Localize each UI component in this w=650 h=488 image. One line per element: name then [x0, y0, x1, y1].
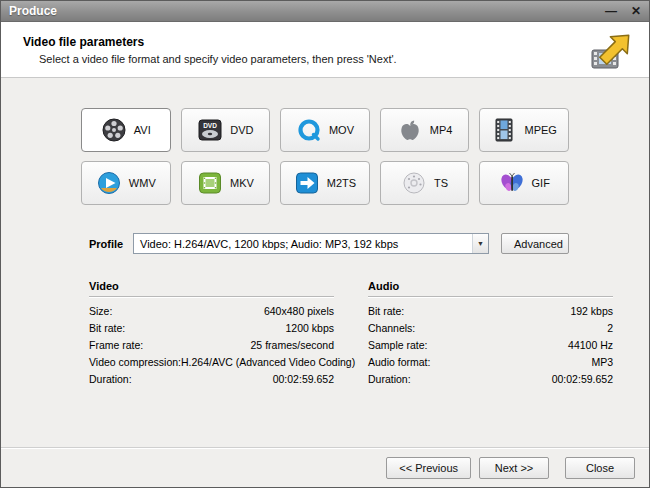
film-reel-icon [101, 117, 127, 143]
advanced-button[interactable]: Advanced [501, 233, 569, 254]
format-button-avi[interactable]: AVI [81, 108, 171, 152]
format-button-mpeg[interactable]: MPEG [479, 108, 569, 152]
format-label: MPEG [524, 124, 556, 136]
format-button-ts[interactable]: TS [380, 161, 470, 205]
export-video-icon [589, 28, 635, 72]
minimize-icon[interactable]: — [605, 5, 617, 17]
m2ts-arrow-icon [294, 170, 320, 196]
format-button-mkv[interactable]: MKV [181, 161, 271, 205]
format-button-dvd[interactable]: DVD DVD [181, 108, 271, 152]
next-button[interactable]: Next >> [479, 457, 549, 479]
format-label: MOV [329, 124, 354, 136]
video-row-size: Size: 640x480 pixels [89, 303, 334, 320]
windows-media-icon [96, 170, 122, 196]
format-label: TS [434, 177, 448, 189]
video-row-duration: Duration: 00:02:59.652 [89, 371, 334, 388]
format-label: DVD [230, 124, 253, 136]
format-button-m2ts[interactable]: M2TS [280, 161, 370, 205]
audio-row-channels: Channels: 2 [368, 320, 613, 337]
film-strip-icon [491, 117, 517, 143]
dvd-disc-icon: DVD [197, 117, 223, 143]
previous-button[interactable]: << Previous [386, 457, 471, 479]
video-section-title: Video [89, 280, 334, 297]
dialog-body: AVI DVD DVD MOV [1, 78, 649, 447]
profile-row: Profile Video: H.264/AVC, 1200 kbps; Aud… [89, 233, 569, 254]
matroska-icon [197, 170, 223, 196]
quicktime-icon [296, 117, 322, 143]
profile-selected-value: Video: H.264/AVC, 1200 kbps; Audio: MP3,… [140, 238, 398, 250]
titlebar[interactable]: Produce — ✕ [1, 1, 649, 22]
video-row-framerate: Frame rate: 25 frames/second [89, 337, 334, 354]
parameter-details: Video Size: 640x480 pixels Bit rate: 120… [89, 280, 613, 388]
video-row-bitrate: Bit rate: 1200 kbps [89, 320, 334, 337]
apple-icon [397, 117, 423, 143]
profile-label: Profile [89, 238, 133, 250]
page-subtitle: Select a video file format and specify v… [39, 53, 397, 65]
format-grid: AVI DVD DVD MOV [81, 108, 569, 205]
format-label: AVI [134, 124, 151, 136]
audio-row-samplerate: Sample rate: 44100 Hz [368, 337, 613, 354]
svg-text:DVD: DVD [203, 122, 217, 129]
profile-select[interactable]: Video: H.264/AVC, 1200 kbps; Audio: MP3,… [133, 233, 489, 254]
ts-disc-icon [401, 170, 427, 196]
audio-section-title: Audio [368, 280, 613, 297]
format-label: GIF [532, 177, 550, 189]
close-button[interactable]: Close [565, 457, 635, 479]
format-label: MP4 [430, 124, 453, 136]
format-button-wmv[interactable]: WMV [81, 161, 171, 205]
butterfly-icon [499, 170, 525, 196]
format-label: M2TS [327, 177, 356, 189]
close-icon[interactable]: ✕ [631, 5, 641, 17]
footer-bar: << Previous Next >> Close [1, 447, 649, 487]
format-label: WMV [129, 177, 156, 189]
audio-row-format: Audio format: MP3 [368, 354, 613, 371]
video-row-compression: Video compression: H.264/AVC (Advanced V… [89, 354, 334, 371]
format-button-mp4[interactable]: MP4 [380, 108, 470, 152]
format-label: MKV [230, 177, 254, 189]
page-title: Video file parameters [23, 35, 397, 49]
produce-dialog: Produce — ✕ Video file parameters Select… [0, 0, 650, 488]
header: Video file parameters Select a video fil… [1, 22, 649, 78]
video-parameters: Video Size: 640x480 pixels Bit rate: 120… [89, 280, 334, 388]
format-button-gif[interactable]: GIF [479, 161, 569, 205]
audio-parameters: Audio Bit rate: 192 kbps Channels: 2 Sam… [368, 280, 613, 388]
format-button-mov[interactable]: MOV [280, 108, 370, 152]
audio-row-duration: Duration: 00:02:59.652 [368, 371, 613, 388]
audio-row-bitrate: Bit rate: 192 kbps [368, 303, 613, 320]
chevron-down-icon[interactable]: ▼ [472, 234, 488, 253]
window-title: Produce [9, 4, 57, 18]
